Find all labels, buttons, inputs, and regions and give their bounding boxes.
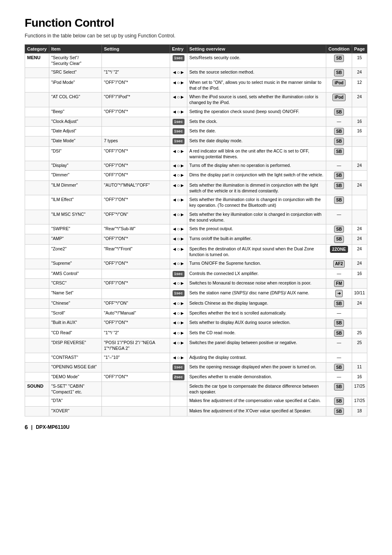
cell-setting <box>101 53 170 68</box>
cell-entry: ◄○► <box>170 171 187 181</box>
entry-icon: ◄○► <box>172 148 185 154</box>
cell-entry <box>170 382 187 396</box>
cell-entry <box>170 406 187 416</box>
cell-item: "XOVER" <box>49 406 101 416</box>
cell-overview: Switches the panel display between posit… <box>187 338 326 353</box>
cell-overview: Sets the clock. <box>187 117 326 127</box>
cell-entry: 1sec <box>170 117 187 127</box>
condition-2zone: 2ZONE <box>330 246 348 253</box>
cell-overview: Sets whether the illumination is dimmed … <box>187 180 326 195</box>
condition-dash: — <box>337 119 341 124</box>
cell-page: 16 <box>352 117 367 127</box>
cell-condition: AF2 <box>326 259 352 269</box>
col-setting: Setting <box>101 45 170 53</box>
cell-condition: 2ZONE <box>326 244 352 259</box>
table-row: "Name Set" 1sec Sets the station name (S… <box>25 289 367 299</box>
cell-condition: ➔ <box>326 289 352 299</box>
cell-setting <box>101 289 170 299</box>
cell-condition: SB <box>326 146 352 161</box>
table-row: "Supreme" "OFF"/"ON"* ◄○► Turns ON/OFF t… <box>25 259 367 269</box>
entry-icon: ◄○► <box>172 355 185 361</box>
cell-entry: ◄○► <box>170 298 187 309</box>
entry-badge-1sec: 1sec <box>173 55 184 61</box>
cell-category <box>25 309 49 318</box>
entry-icon: ◄○► <box>172 94 185 100</box>
cell-category <box>25 161 49 171</box>
cell-item: "Display" <box>49 161 101 171</box>
cell-category <box>25 234 49 245</box>
cell-overview: Sets/Resets security code. <box>187 53 326 68</box>
cell-category <box>25 372 49 382</box>
cell-item: "Security Set"/"Security Clear" <box>49 53 101 68</box>
cell-page: 16 <box>352 269 367 278</box>
cell-entry: ◄○► <box>170 224 187 234</box>
entry-badge-1sec: 1sec <box>173 290 184 296</box>
cell-condition: — <box>326 338 352 353</box>
cell-setting <box>101 117 170 127</box>
cell-entry: ◄○► <box>170 278 187 289</box>
cell-category <box>25 259 49 269</box>
entry-icon: ◄○► <box>172 261 185 266</box>
entry-icon: ◄○► <box>172 236 185 242</box>
cell-item: "Scroll" <box>49 309 101 318</box>
cell-entry: ◄○► <box>170 146 187 161</box>
cell-condition: SB <box>326 195 352 210</box>
cell-entry: 1sec <box>170 126 187 136</box>
cell-condition: — <box>326 117 352 127</box>
cell-entry: ◄○► <box>170 328 187 338</box>
cell-condition: SB <box>326 298 352 309</box>
table-row: "Zone2" "Rear"*/"Front" ◄○► Specifies th… <box>25 244 367 259</box>
condition-ipod: iPod <box>332 79 346 87</box>
entry-icon: ◄○► <box>172 301 185 306</box>
cell-entry: ◄○► <box>170 180 187 195</box>
condition-sb: SB <box>334 226 344 233</box>
cell-overview: Specifies the destination of AUX input s… <box>187 244 326 259</box>
col-page: Page <box>352 45 367 53</box>
cell-category <box>25 136 49 147</box>
table-row: "AMP" "OFF"/"ON"* ◄○► Turns on/off the b… <box>25 234 367 245</box>
table-row: "AMS Control" 1sec Controls the connecte… <box>25 269 367 278</box>
condition-dash: — <box>337 271 341 276</box>
cell-category <box>25 171 49 181</box>
cell-category <box>25 278 49 289</box>
cell-condition: SB <box>326 136 352 147</box>
cell-page: 24 <box>352 224 367 234</box>
cell-page <box>352 309 367 318</box>
cell-category <box>25 126 49 136</box>
cell-category <box>25 328 49 338</box>
cell-item: "Name Set" <box>49 289 101 299</box>
cell-item: "SWPRE" <box>49 224 101 234</box>
cell-page <box>352 210 367 224</box>
cell-item: "DEMO Mode" <box>49 372 101 382</box>
cell-page: 25 <box>352 338 367 353</box>
cell-item: "ILM MSC SYNC" <box>49 210 101 224</box>
condition-sb: SB <box>334 55 344 62</box>
cell-overview: A red indicator will blink on the unit a… <box>187 146 326 161</box>
cell-entry: ◄○► <box>170 92 187 107</box>
entry-icon: ◄○► <box>172 340 185 346</box>
cell-entry: ◄○► <box>170 353 187 362</box>
cell-entry: ◄○► <box>170 68 187 78</box>
table-row: "Clock Adjust" 1sec Sets the clock. — 16 <box>25 117 367 127</box>
table-row: "DEMO Mode" "OFF"/"ON"* 2sec Specifies w… <box>25 372 367 382</box>
cell-setting: "OFF"/"ON"* <box>101 171 170 181</box>
cell-entry: 1sec <box>170 136 187 147</box>
cell-setting <box>101 406 170 416</box>
cell-item: "CD Read" <box>49 328 101 338</box>
cell-page <box>352 146 367 161</box>
footer-number: 6 <box>25 424 28 430</box>
table-row: "CD Read" "1"*/ "2" ◄○► Sets the CD read… <box>25 328 367 338</box>
condition-sb: SB <box>334 182 344 190</box>
table-row: "ILM Dimmer" "AUTO"*/"MNAL"/"OFF" ◄○► Se… <box>25 180 367 195</box>
cell-setting: "OFF"*/"ON" <box>101 210 170 224</box>
cell-overview: Adjusting the display contrast. <box>187 353 326 362</box>
cell-setting: "OFF"/"ON"* <box>101 107 170 117</box>
cell-setting: "Rear"*/"Sub-W" <box>101 224 170 234</box>
cell-page: 24 <box>352 180 367 195</box>
cell-setting: "OFF"/"ON"* <box>101 78 170 92</box>
cell-condition: — <box>326 309 352 318</box>
cell-page <box>352 278 367 289</box>
cell-overview: When set to "ON", allows you to select m… <box>187 78 326 92</box>
cell-setting <box>101 382 170 396</box>
cell-page <box>352 195 367 210</box>
